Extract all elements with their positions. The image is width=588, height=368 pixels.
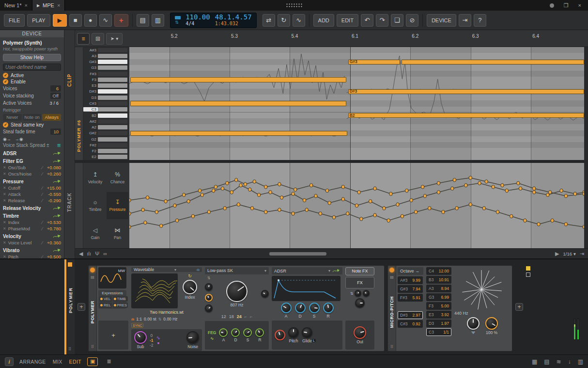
link-icon[interactable]: ∞ xyxy=(103,251,107,256)
mod-target-release[interactable]: ✕Release∕-0.290 xyxy=(3,197,61,204)
key-F#2[interactable]: F#2 xyxy=(83,142,129,148)
sub-octave--1[interactable]: -1 xyxy=(150,338,154,343)
mod-route-icon[interactable] xyxy=(53,248,61,253)
key-F2[interactable]: F2 xyxy=(83,148,129,154)
mod-route-icon[interactable] xyxy=(53,159,61,163)
key-F3[interactable]: F3 xyxy=(83,77,129,82)
key-D3[interactable]: D3 xyxy=(83,95,129,100)
glide-knob[interactable] xyxy=(302,327,312,338)
tab-new-project[interactable]: New 1* × xyxy=(0,0,32,11)
note-grid[interactable]: G#3D#3B2 xyxy=(129,47,584,160)
remove-target-icon[interactable]: ✕ xyxy=(3,220,6,224)
key-G#2[interactable]: G#2 xyxy=(83,130,129,136)
tuning-row-g-3[interactable]: G#37.94 xyxy=(398,285,423,293)
sync-toggle[interactable]: SYNC xyxy=(131,323,143,328)
tab-close-icon[interactable]: × xyxy=(57,2,60,8)
filter-slope-18[interactable]: 18 xyxy=(229,314,234,319)
overdub-button[interactable]: + xyxy=(114,14,128,27)
song-time[interactable]: 1:43.032 xyxy=(215,20,238,27)
lane-view-toggle[interactable]: ≣ xyxy=(104,357,114,366)
adsr-knob-r[interactable] xyxy=(255,328,264,337)
voices-row[interactable]: Voices 6 xyxy=(3,85,61,92)
active-toggle[interactable]: ✓ Active xyxy=(3,73,61,78)
mod-route-icon[interactable] xyxy=(53,206,61,210)
sub-octave-0[interactable]: 0 xyxy=(150,333,153,338)
remove-target-icon[interactable]: ✕ xyxy=(3,240,6,245)
stop-button[interactable]: ■ xyxy=(69,14,82,27)
clip-launcher-toggle[interactable]: ▣ xyxy=(87,357,98,366)
modulation-routing-out-icon[interactable]: →◉ xyxy=(15,137,23,142)
mod-target-phasemod[interactable]: ✕PhaseMod∕+0.780 xyxy=(3,225,61,232)
tuning-row-e3[interactable]: E33.92 xyxy=(426,311,451,319)
wavetable-file-name[interactable]: Two Harmonics.wt xyxy=(131,310,202,315)
key-E3[interactable]: E3 xyxy=(83,83,129,89)
show-help-button[interactable]: Show Help xyxy=(3,54,61,61)
scroll-back-icon[interactable]: ◀ xyxy=(79,251,83,257)
expr-grid[interactable] xyxy=(129,163,584,248)
adsr-knob-a[interactable] xyxy=(219,328,228,337)
undo-button[interactable]: ↶ xyxy=(361,14,373,27)
info-button[interactable]: i xyxy=(5,357,14,366)
mix-value[interactable]: 100 % xyxy=(486,331,497,335)
browser-panel-icon[interactable]: ▥ xyxy=(578,358,583,365)
meter-mini-icon[interactable]: ılı xyxy=(87,251,91,256)
help-button[interactable]: ? xyxy=(474,14,486,27)
vibrato-depth-knob[interactable] xyxy=(355,298,365,308)
device-menu-button[interactable]: DEVICE xyxy=(427,14,456,27)
remove-target-icon[interactable]: ✕ xyxy=(3,192,6,196)
expression-tab-timbre[interactable]: ☼Timbre xyxy=(84,192,106,220)
modulator-velocity[interactable]: Velocity xyxy=(3,233,61,240)
tuning-row-f-3[interactable]: F#35.91 xyxy=(398,294,423,302)
mod-route-icon[interactable] xyxy=(332,269,340,273)
noise-knob[interactable] xyxy=(186,331,199,344)
device-power-button[interactable] xyxy=(90,268,95,272)
expression-enable-pres[interactable]: PRES xyxy=(113,303,128,308)
expression-tab-chance[interactable]: %Chance xyxy=(107,164,128,192)
key-E2[interactable]: E2 xyxy=(83,154,129,160)
octave-divide-dropdown[interactable]: Octave → xyxy=(398,267,423,275)
mod-route-icon[interactable] xyxy=(53,151,61,156)
mod-route-icon[interactable] xyxy=(53,179,61,184)
time-signature[interactable]: 4/4 xyxy=(186,20,194,27)
pointer-tool-button[interactable]: ➤ ▾ xyxy=(106,33,123,45)
wavetable-edit-icon[interactable]: ↻ xyxy=(188,273,192,278)
dual-display-button[interactable]: ▥ xyxy=(152,14,164,27)
add-oscillator-button[interactable]: + xyxy=(111,332,115,339)
panel-toggle-button[interactable]: ⇥ xyxy=(459,14,471,27)
drag-handle-icon[interactable]: ⠿ xyxy=(91,345,94,349)
tab-close-icon[interactable]: × xyxy=(24,2,27,8)
expression-mod-knob-2[interactable] xyxy=(363,290,370,297)
retrigger-option-never[interactable]: Never xyxy=(3,114,22,121)
oscillator-type-dropdown[interactable]: Wavetable ▾ ılı xyxy=(131,267,202,272)
scroll-fwd-icon[interactable]: ▶ xyxy=(555,251,559,257)
retrigger-option-always[interactable]: Always xyxy=(42,114,61,121)
tempo-value[interactable]: 110.00 xyxy=(186,14,210,20)
tuning-row-d-3[interactable]: D#32.97 xyxy=(398,311,423,319)
note-D#3[interactable]: D#3 xyxy=(348,89,584,94)
editor-right-scrollbar[interactable] xyxy=(584,47,588,248)
statusbar-arrange[interactable]: ARRANGE xyxy=(19,359,46,365)
device-menu-icon[interactable]: ▤ xyxy=(390,275,394,279)
key-A3[interactable]: A3 xyxy=(83,53,129,59)
mod-route-icon[interactable] xyxy=(53,214,61,218)
play-menu-button[interactable]: PLAY xyxy=(27,14,50,27)
note-B2[interactable]: B2 xyxy=(348,113,584,118)
filter-drive-knob[interactable] xyxy=(205,283,213,291)
voice-stacking-row[interactable]: Voice stacking Off xyxy=(3,93,61,99)
modulator-release-velocity[interactable]: Release Velocity xyxy=(3,205,61,211)
remove-target-icon[interactable]: ✕ xyxy=(3,226,6,231)
key-A2[interactable]: A2 xyxy=(83,124,129,130)
remove-target-icon[interactable]: ✕ xyxy=(3,255,6,258)
statusbar-edit[interactable]: EDIT xyxy=(69,359,82,365)
filter-slope-24[interactable]: 24 xyxy=(237,314,242,319)
filter-cutoff-knob[interactable] xyxy=(226,281,248,302)
key-C#3[interactable]: C#3 xyxy=(83,100,129,106)
file-menu-button[interactable]: FILE xyxy=(4,14,25,27)
detune-value[interactable]: 0.00 st xyxy=(144,317,156,321)
zoom-fit-icon[interactable]: ⇥ xyxy=(580,251,584,257)
fold-grid-button[interactable]: ⊞ xyxy=(92,33,104,45)
remove-target-icon[interactable]: ✕ xyxy=(3,165,6,170)
expression-tab-pan[interactable]: ⋈Pan xyxy=(107,220,128,247)
remove-target-icon[interactable]: ✕ xyxy=(3,186,6,190)
sub-octave-selector[interactable]: 0-1-2 xyxy=(150,333,154,348)
